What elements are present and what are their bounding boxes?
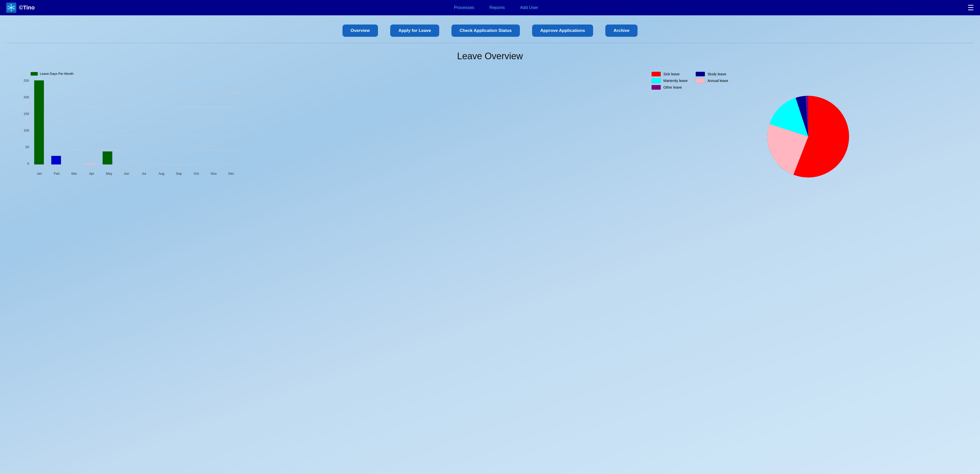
x-nov: Nov	[205, 172, 223, 176]
bar-may	[103, 152, 112, 164]
legend-study-label: Study leave	[708, 72, 726, 76]
x-jul: Jul	[135, 172, 153, 176]
legend-maternity-color	[652, 78, 661, 83]
check-status-button[interactable]: Check Application Status	[452, 24, 520, 37]
x-dec: Dec	[223, 172, 240, 176]
pie-svg-wrapper	[652, 96, 965, 177]
legend-other-leave: Other leave	[652, 85, 687, 89]
nav-reports[interactable]: Reports	[490, 5, 505, 10]
x-sep: Sep	[170, 172, 188, 176]
legend-other-label: Other leave	[663, 85, 682, 89]
bar-chart-svg	[30, 79, 240, 171]
pie-chart-container: Sick leave Study leave Martenity leave A…	[652, 72, 965, 177]
x-apr: Apr	[83, 172, 100, 176]
x-aug: Aug	[153, 172, 170, 176]
navbar-links: Processes Reports Add User	[454, 5, 538, 10]
y-label-0: 0	[18, 162, 29, 166]
bar-chart-canvas: 250 200 150 100 50 0	[30, 79, 641, 176]
navbar: ©Tino Processes Reports Add User ☰	[0, 0, 980, 15]
y-label-250: 250	[18, 79, 29, 83]
top-buttons-bar: Overview Apply for Leave Check Applicati…	[0, 15, 980, 43]
nav-add-user[interactable]: Add User	[520, 5, 538, 10]
legend-sick-leave: Sick leave	[652, 72, 687, 77]
approve-applications-button[interactable]: Approve Applications	[532, 24, 593, 37]
bar-chart-legend: Leave Days Per Month	[30, 72, 641, 76]
x-oct: Oct	[188, 172, 205, 176]
x-jan: Jan	[30, 172, 48, 176]
bar-apr	[86, 163, 95, 164]
x-may: May	[100, 172, 118, 176]
charts-area: Leave Days Per Month 250 200 150 100 50 …	[0, 72, 980, 177]
legend-study-color	[696, 72, 705, 77]
bar-feb	[51, 156, 61, 164]
brand-logo-icon	[6, 3, 16, 13]
legend-annual-color	[696, 78, 705, 83]
legend-annual-label: Annual leave	[708, 79, 728, 83]
brand-link[interactable]: ©Tino	[6, 3, 35, 13]
bar-legend-label: Leave Days Per Month	[40, 72, 73, 76]
nav-processes[interactable]: Processes	[454, 5, 474, 10]
pie-chart-svg	[767, 96, 849, 177]
x-axis-labels: Jan Feb Mar Apr May Jun Jul Aug Sep Oct …	[30, 172, 240, 176]
bar-jan	[34, 80, 44, 164]
hamburger-icon[interactable]: ☰	[967, 3, 974, 12]
y-label-150: 150	[18, 112, 29, 116]
y-axis-labels: 250 200 150 100 50 0	[18, 79, 29, 166]
x-mar: Mar	[65, 172, 83, 176]
y-label-50: 50	[18, 145, 29, 149]
y-label-200: 200	[18, 95, 29, 99]
bar-chart-container: Leave Days Per Month 250 200 150 100 50 …	[15, 72, 641, 176]
legend-sick-color	[652, 72, 661, 77]
apply-leave-button[interactable]: Apply for Leave	[390, 24, 439, 37]
brand-label: ©Tino	[19, 4, 35, 11]
bar-legend-color	[30, 72, 38, 76]
section-title: Leave Overview	[0, 51, 980, 62]
y-label-100: 100	[18, 128, 29, 132]
archive-button[interactable]: Archive	[605, 24, 638, 37]
legend-other-color	[652, 85, 661, 89]
overview-button[interactable]: Overview	[342, 24, 378, 37]
legend-maternity-leave: Martenity leave	[652, 78, 687, 83]
pie-legend: Sick leave Study leave Martenity leave A…	[652, 72, 732, 89]
x-jun: Jun	[118, 172, 135, 176]
legend-study-leave: Study leave	[696, 72, 732, 77]
legend-annual-leave: Annual leave	[696, 78, 732, 83]
x-feb: Feb	[48, 172, 65, 176]
legend-maternity-label: Martenity leave	[663, 79, 687, 83]
legend-sick-label: Sick leave	[663, 72, 679, 76]
